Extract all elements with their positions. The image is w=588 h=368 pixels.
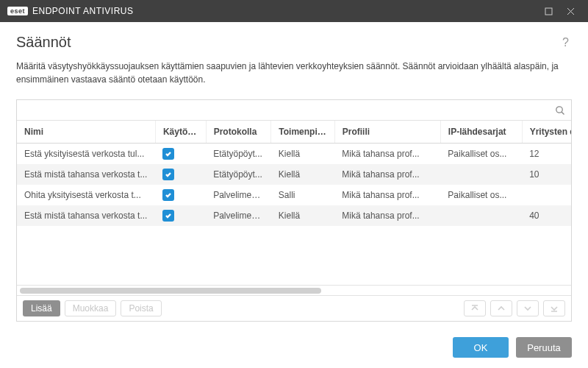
cell-profile: Mikä tahansa prof... (334, 144, 440, 165)
product-name: ENDPOINT ANTIVIRUS (32, 6, 133, 16)
cell-enabled (155, 205, 206, 226)
titlebar: eset ENDPOINT ANTIVIRUS (0, 0, 588, 22)
brand: eset ENDPOINT ANTIVIRUS (7, 6, 133, 16)
table-row[interactable]: Estä mistä tahansa verkosta t...Palvelim… (17, 205, 571, 226)
cell-ip (440, 164, 522, 185)
cell-max-attempts: 12 (522, 144, 571, 165)
move-bottom-button[interactable] (543, 300, 565, 316)
svg-rect-0 (545, 8, 552, 15)
cell-action: Kiellä (271, 164, 334, 185)
cell-max-attempts (522, 185, 571, 205)
table-empty-space (17, 226, 571, 285)
cell-profile: Mikä tahansa prof... (334, 205, 440, 226)
cell-profile: Mikä tahansa prof... (334, 185, 440, 205)
cell-name: Estä yksityisestä verkosta tul... (17, 144, 155, 165)
cell-ip: Paikalliset os... (440, 144, 522, 165)
move-top-button[interactable] (464, 300, 486, 316)
col-ip[interactable]: IP-lähdesarjat (440, 121, 522, 144)
page-title: Säännöt (16, 34, 71, 51)
col-profile[interactable]: Profiili (334, 121, 440, 144)
cancel-button[interactable]: Peruuta (516, 337, 572, 358)
cell-ip (440, 205, 522, 226)
cell-enabled (155, 164, 206, 185)
cell-name: Estä mistä tahansa verkosta t... (17, 164, 155, 185)
cell-ip: Paikalliset os... (440, 185, 522, 205)
delete-button[interactable]: Poista (121, 300, 161, 316)
help-icon[interactable]: ? (559, 36, 572, 49)
enabled-checkbox[interactable] (162, 169, 174, 180)
col-max-attempts[interactable]: Yritysten enimmäismäärä (522, 121, 571, 144)
enabled-checkbox[interactable] (162, 189, 174, 201)
cell-name: Estä mistä tahansa verkosta t... (17, 205, 155, 226)
cell-profile: Mikä tahansa prof... (334, 164, 440, 185)
svg-point-1 (556, 106, 562, 112)
dialog-footer: OK Peruuta (453, 337, 572, 358)
horizontal-scrollbar[interactable] (17, 285, 571, 295)
cell-enabled (155, 185, 206, 205)
col-action[interactable]: Toimenpide (271, 121, 334, 144)
move-up-button[interactable] (490, 300, 512, 316)
move-down-button[interactable] (517, 300, 539, 316)
cell-protocol: Palvelimen... (206, 205, 271, 226)
cell-max-attempts: 40 (522, 205, 571, 226)
col-protocol[interactable]: Protokolla (206, 121, 271, 144)
edit-button[interactable]: Muokkaa (65, 300, 117, 316)
rules-panel: Nimi Käytössä Protokolla Toimenpide Prof… (16, 99, 572, 322)
panel-actions: Lisää Muokkaa Poista (17, 295, 571, 321)
cell-name: Ohita yksityisestä verkosta t... (17, 185, 155, 205)
col-name[interactable]: Nimi (17, 121, 155, 144)
cell-action: Kiellä (271, 205, 334, 226)
ok-button[interactable]: OK (453, 337, 509, 358)
enabled-checkbox[interactable] (162, 148, 174, 160)
scrollbar-thumb[interactable] (20, 288, 321, 294)
search-input[interactable] (21, 105, 553, 116)
maximize-button[interactable] (538, 3, 559, 19)
enabled-checkbox[interactable] (162, 210, 174, 222)
cell-max-attempts: 10 (522, 164, 571, 185)
table-row[interactable]: Estä yksityisestä verkosta tul...Etätyöp… (17, 144, 571, 165)
search-icon[interactable] (553, 104, 567, 117)
cell-protocol: Palvelimen... (206, 185, 271, 205)
table-row[interactable]: Estä mistä tahansa verkosta t...Etätyöpö… (17, 164, 571, 185)
table-header-row: Nimi Käytössä Protokolla Toimenpide Prof… (17, 121, 571, 144)
cell-protocol: Etätyöpöyt... (206, 144, 271, 165)
cell-enabled (155, 144, 206, 165)
rules-table: Nimi Käytössä Protokolla Toimenpide Prof… (17, 121, 571, 226)
rules-table-wrap: Nimi Käytössä Protokolla Toimenpide Prof… (17, 121, 571, 285)
close-button[interactable] (560, 3, 581, 19)
cell-action: Kiellä (271, 144, 334, 165)
cell-action: Salli (271, 185, 334, 205)
cell-protocol: Etätyöpöyt... (206, 164, 271, 185)
brand-badge: eset (7, 7, 28, 15)
table-row[interactable]: Ohita yksityisestä verkosta t...Palvelim… (17, 185, 571, 205)
col-enabled[interactable]: Käytössä (155, 121, 206, 144)
search-bar (17, 100, 571, 121)
add-button[interactable]: Lisää (23, 300, 60, 316)
page-description: Määritä väsytyshyökkäyssuojauksen käyttä… (16, 60, 572, 86)
